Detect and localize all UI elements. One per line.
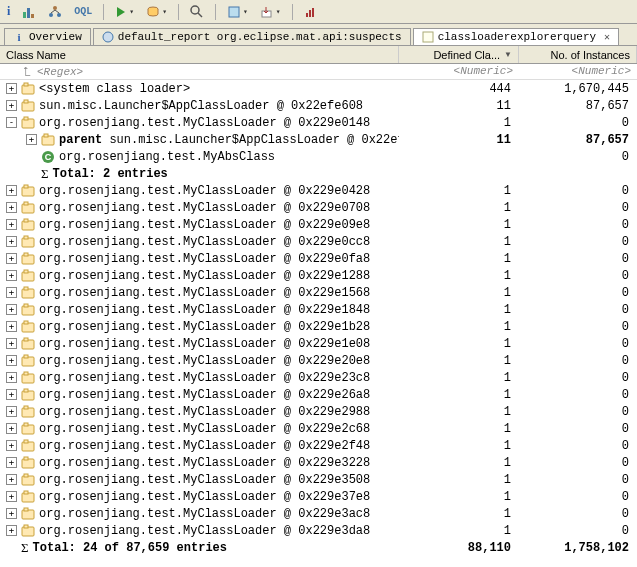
expand-button[interactable]: + [6,185,17,196]
tab-classloader-query[interactable]: classloaderexplorerquery ✕ [413,28,619,45]
expand-button[interactable]: + [6,287,17,298]
tab-close-button[interactable]: ✕ [604,31,610,43]
tree-button[interactable] [45,4,65,20]
table-row[interactable]: +org.rosenjiang.test.MyClassLoader @ 0x2… [0,216,637,233]
svg-rect-30 [24,202,28,205]
export-button[interactable]: ▾ [257,4,284,20]
expand-button[interactable]: + [6,253,17,264]
table-row[interactable]: +<system class loader>4441,670,445 [0,80,637,97]
expand-button[interactable]: + [6,525,17,536]
table-row[interactable]: +org.rosenjiang.test.MyClassLoader @ 0x2… [0,301,637,318]
expand-button[interactable]: + [6,83,17,94]
expand-button[interactable]: + [6,457,17,468]
cell-class-name: -org.rosenjiang.test.MyClassLoader @ 0x2… [0,116,399,130]
collapse-button[interactable]: - [6,117,17,128]
expand-button[interactable]: + [6,423,17,434]
classloader-icon [21,337,35,351]
cell-instances: 0 [519,235,637,249]
table-row[interactable]: +org.rosenjiang.test.MyClassLoader @ 0x2… [0,454,637,471]
chart-button[interactable] [301,4,321,20]
expand-button[interactable]: + [6,355,17,366]
col-header-instances[interactable]: No. of Instances [519,46,637,63]
db-button[interactable]: ▾ [143,4,170,20]
tab-default-report[interactable]: default_report org.eclipse.mat.api:suspe… [93,28,411,45]
col-header-name[interactable]: Class Name [0,46,399,63]
tree-body[interactable]: +<system class loader>4441,670,445+sun.m… [0,80,637,567]
filter-row: ⮤ <Regex> <Numeric> <Numeric> [0,64,637,80]
table-row[interactable]: +org.rosenjiang.test.MyClassLoader @ 0x2… [0,488,637,505]
expand-button[interactable]: + [6,474,17,485]
filter-defined[interactable]: <Numeric> [399,64,519,79]
expand-button[interactable]: + [6,372,17,383]
svg-rect-36 [24,253,28,256]
cell-instances: 0 [519,320,637,334]
filter-name[interactable]: ⮤ <Regex> [0,64,399,79]
expand-button[interactable]: + [6,338,17,349]
table-row[interactable]: +org.rosenjiang.test.MyClassLoader @ 0x2… [0,505,637,522]
table-row[interactable]: ΣTotal: 24 of 87,659 entries88,1101,758,… [0,539,637,556]
table-row[interactable]: +org.rosenjiang.test.MyClassLoader @ 0x2… [0,369,637,386]
expand-button[interactable]: + [6,270,17,281]
tab-overview[interactable]: i Overview [4,28,91,45]
row-label: org.rosenjiang.test.MyClassLoader @ 0x22… [39,490,370,504]
table-row[interactable]: +org.rosenjiang.test.MyClassLoader @ 0x2… [0,403,637,420]
table-row[interactable]: +parent sun.misc.Launcher$AppClassLoader… [0,131,637,148]
search-button[interactable] [187,4,207,20]
expand-button[interactable]: + [6,304,17,315]
oql-button[interactable]: OQL [71,5,95,18]
expand-button[interactable]: + [6,202,17,213]
cell-defined-classes: 1 [399,456,519,470]
table-row[interactable]: +org.rosenjiang.test.MyClassLoader @ 0x2… [0,250,637,267]
cell-defined-classes: 1 [399,116,519,130]
col-header-defined[interactable]: Defined Cla... ▼ [399,46,519,63]
expand-button[interactable]: + [6,406,17,417]
classloader-icon [21,286,35,300]
table-row[interactable]: +org.rosenjiang.test.MyClassLoader @ 0x2… [0,352,637,369]
table-row[interactable]: +org.rosenjiang.test.MyClassLoader @ 0x2… [0,267,637,284]
row-label: <system class loader> [39,82,190,96]
expand-button[interactable]: + [6,491,17,502]
expand-button[interactable]: + [26,134,37,145]
table-row[interactable]: +org.rosenjiang.test.MyClassLoader @ 0x2… [0,284,637,301]
table-row[interactable]: +sun.misc.Launcher$AppClassLoader @ 0x22… [0,97,637,114]
row-label: org.rosenjiang.test.MyClassLoader @ 0x22… [39,473,370,487]
cell-defined-classes: 1 [399,286,519,300]
table-row[interactable]: +org.rosenjiang.test.MyClassLoader @ 0x2… [0,471,637,488]
table-row[interactable]: +org.rosenjiang.test.MyClassLoader @ 0x2… [0,335,637,352]
calc-button[interactable]: ▾ [224,4,251,20]
svg-rect-1 [27,8,30,18]
table-row[interactable]: +org.rosenjiang.test.MyClassLoader @ 0x2… [0,318,637,335]
expand-button[interactable]: + [6,321,17,332]
row-label: org.rosenjiang.test.MyClassLoader @ 0x22… [39,116,370,130]
main-toolbar: i OQL ▾ ▾ ▾ ▾ [0,0,637,24]
expand-button[interactable]: + [6,100,17,111]
cell-instances: 0 [519,388,637,402]
table-row[interactable]: -org.rosenjiang.test.MyClassLoader @ 0x2… [0,114,637,131]
svg-rect-0 [23,12,26,18]
run-button[interactable]: ▾ [112,5,137,19]
table-row[interactable]: +org.rosenjiang.test.MyClassLoader @ 0x2… [0,522,637,539]
table-row[interactable]: +org.rosenjiang.test.MyClassLoader @ 0x2… [0,199,637,216]
expand-button[interactable]: + [6,508,17,519]
cell-instances: 0 [519,371,637,385]
expand-button[interactable]: + [6,440,17,451]
table-row[interactable]: +org.rosenjiang.test.MyClassLoader @ 0x2… [0,233,637,250]
expand-button[interactable]: + [6,236,17,247]
expand-button[interactable]: + [6,389,17,400]
table-row[interactable]: +org.rosenjiang.test.MyClassLoader @ 0x2… [0,437,637,454]
histogram-button[interactable] [19,4,39,20]
expand-button[interactable]: + [6,219,17,230]
cell-instances: 0 [519,422,637,436]
svg-rect-52 [24,389,28,392]
cell-class-name: +org.rosenjiang.test.MyClassLoader @ 0x2… [0,354,399,368]
table-row[interactable]: ΣTotal: 2 entries [0,165,637,182]
table-row[interactable]: +org.rosenjiang.test.MyClassLoader @ 0x2… [0,386,637,403]
info-button[interactable]: i [4,3,13,20]
cell-instances: 1,758,102 [519,541,637,555]
cell-class-name: +org.rosenjiang.test.MyClassLoader @ 0x2… [0,286,399,300]
filter-instances[interactable]: <Numeric> [519,64,637,79]
table-row[interactable]: Corg.rosenjiang.test.MyAbsClass0 [0,148,637,165]
table-row[interactable]: +org.rosenjiang.test.MyClassLoader @ 0x2… [0,182,637,199]
row-label: org.rosenjiang.test.MyClassLoader @ 0x22… [39,337,370,351]
table-row[interactable]: +org.rosenjiang.test.MyClassLoader @ 0x2… [0,420,637,437]
